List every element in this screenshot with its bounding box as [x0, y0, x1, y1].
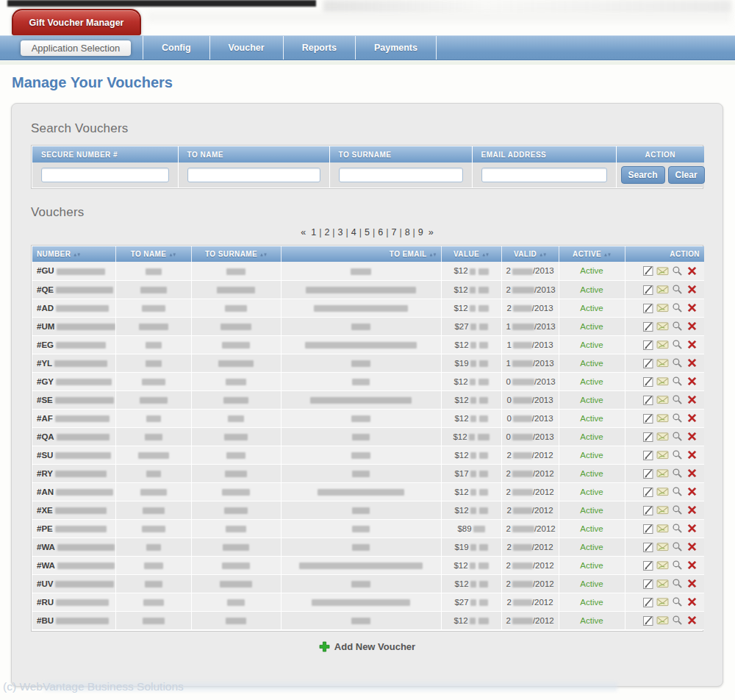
- email-icon[interactable]: [656, 522, 669, 535]
- email-icon[interactable]: [656, 265, 669, 277]
- email-icon[interactable]: [656, 504, 669, 516]
- delete-icon[interactable]: [686, 449, 698, 461]
- search-button[interactable]: Search: [621, 166, 665, 184]
- edit-icon[interactable]: [642, 320, 654, 332]
- col-header-value[interactable]: VALUE▲▼: [441, 246, 501, 262]
- edit-icon[interactable]: [642, 265, 654, 277]
- clear-button[interactable]: Clear: [668, 166, 705, 184]
- view-icon[interactable]: [671, 265, 684, 277]
- view-icon[interactable]: [671, 467, 684, 479]
- email-icon[interactable]: [656, 393, 669, 406]
- email-address-input[interactable]: [481, 168, 607, 182]
- col-header-to-name[interactable]: TO NAME▲▼: [115, 246, 191, 262]
- email-icon[interactable]: [656, 283, 669, 296]
- delete-icon[interactable]: [686, 375, 698, 388]
- page-link-9[interactable]: 9: [418, 227, 423, 238]
- view-icon[interactable]: [671, 449, 684, 461]
- view-icon[interactable]: [671, 577, 684, 590]
- secure-number-input[interactable]: [41, 168, 169, 182]
- application-selection-button[interactable]: Application Selection: [21, 40, 131, 56]
- email-icon[interactable]: [656, 357, 669, 369]
- delete-icon[interactable]: [686, 577, 698, 590]
- page-link-3[interactable]: 3: [338, 227, 343, 238]
- email-icon[interactable]: [656, 485, 669, 498]
- email-icon[interactable]: [656, 375, 669, 388]
- nav-item-config[interactable]: Config: [143, 36, 209, 60]
- view-icon[interactable]: [671, 301, 684, 314]
- col-header-active[interactable]: ACTIVE▲▼: [559, 246, 625, 262]
- app-logo-button[interactable]: Gift Voucher Manager: [12, 9, 141, 35]
- edit-icon[interactable]: [642, 467, 654, 479]
- delete-icon[interactable]: [686, 614, 698, 626]
- pagination-next[interactable]: »: [429, 227, 434, 238]
- edit-icon[interactable]: [642, 559, 654, 571]
- view-icon[interactable]: [671, 357, 684, 369]
- page-link-6[interactable]: 6: [378, 227, 383, 238]
- delete-icon[interactable]: [686, 412, 698, 424]
- view-icon[interactable]: [671, 485, 684, 498]
- page-link-8[interactable]: 8: [405, 227, 410, 238]
- edit-icon[interactable]: [642, 375, 654, 388]
- delete-icon[interactable]: [686, 283, 698, 296]
- edit-icon[interactable]: [642, 577, 654, 590]
- add-new-voucher-button[interactable]: Add New Voucher: [31, 641, 703, 652]
- page-link-4[interactable]: 4: [351, 227, 356, 238]
- sort-icon[interactable]: ▲▼: [603, 252, 611, 257]
- view-icon[interactable]: [671, 320, 684, 332]
- view-icon[interactable]: [671, 540, 684, 553]
- delete-icon[interactable]: [686, 467, 698, 479]
- email-icon[interactable]: [656, 412, 669, 424]
- nav-item-voucher[interactable]: Voucher: [209, 36, 283, 60]
- edit-icon[interactable]: [642, 449, 654, 461]
- edit-icon[interactable]: [642, 430, 654, 443]
- email-icon[interactable]: [656, 467, 669, 479]
- email-icon[interactable]: [656, 614, 669, 626]
- delete-icon[interactable]: [686, 596, 698, 608]
- pagination-prev[interactable]: «: [301, 227, 306, 238]
- delete-icon[interactable]: [686, 430, 698, 443]
- sort-icon[interactable]: ▲▼: [168, 252, 176, 257]
- delete-icon[interactable]: [686, 393, 698, 406]
- delete-icon[interactable]: [686, 504, 698, 516]
- email-icon[interactable]: [656, 540, 669, 553]
- sort-icon[interactable]: ▲▼: [429, 252, 437, 257]
- sort-icon[interactable]: ▲▼: [481, 252, 489, 257]
- edit-icon[interactable]: [642, 614, 654, 626]
- view-icon[interactable]: [671, 430, 684, 443]
- delete-icon[interactable]: [686, 320, 698, 332]
- edit-icon[interactable]: [642, 504, 654, 516]
- col-header-to-email[interactable]: TO EMAIL▲▼: [281, 246, 441, 262]
- view-icon[interactable]: [671, 504, 684, 516]
- delete-icon[interactable]: [686, 301, 698, 314]
- email-icon[interactable]: [656, 577, 669, 590]
- email-icon[interactable]: [656, 338, 669, 351]
- view-icon[interactable]: [671, 393, 684, 406]
- page-link-5[interactable]: 5: [365, 227, 370, 238]
- email-icon[interactable]: [656, 449, 669, 461]
- view-icon[interactable]: [671, 375, 684, 388]
- delete-icon[interactable]: [686, 540, 698, 553]
- view-icon[interactable]: [671, 596, 684, 608]
- col-header-to-surname[interactable]: TO SURNAME▲▼: [191, 246, 281, 262]
- view-icon[interactable]: [671, 283, 684, 296]
- edit-icon[interactable]: [642, 301, 654, 314]
- edit-icon[interactable]: [642, 540, 654, 553]
- page-link-1[interactable]: 1: [311, 227, 316, 238]
- email-icon[interactable]: [656, 320, 669, 332]
- delete-icon[interactable]: [686, 559, 698, 571]
- nav-item-payments[interactable]: Payments: [355, 36, 436, 60]
- col-header-valid[interactable]: VALID▲▼: [501, 246, 559, 262]
- nav-item-reports[interactable]: Reports: [283, 36, 355, 60]
- delete-icon[interactable]: [686, 485, 698, 498]
- view-icon[interactable]: [671, 522, 684, 535]
- edit-icon[interactable]: [642, 485, 654, 498]
- edit-icon[interactable]: [642, 596, 654, 608]
- email-icon[interactable]: [656, 596, 669, 608]
- delete-icon[interactable]: [686, 522, 698, 535]
- email-icon[interactable]: [656, 301, 669, 314]
- delete-icon[interactable]: [686, 357, 698, 369]
- view-icon[interactable]: [671, 614, 684, 626]
- email-icon[interactable]: [656, 430, 669, 443]
- edit-icon[interactable]: [642, 522, 654, 535]
- edit-icon[interactable]: [642, 283, 654, 296]
